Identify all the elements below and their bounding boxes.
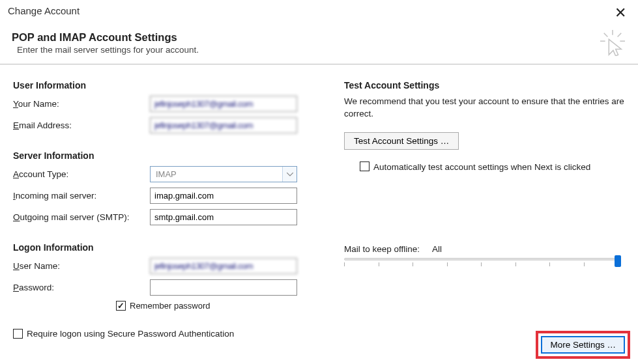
svg-line-2: [618, 33, 622, 37]
mail-offline-value: All: [432, 244, 442, 254]
account-type-select: IMAP: [150, 166, 297, 182]
incoming-server-label: Incoming mail server:: [13, 191, 150, 201]
slider-thumb-icon[interactable]: [615, 255, 621, 267]
auto-test-checkbox[interactable]: [360, 161, 370, 171]
remember-password-checkbox[interactable]: [116, 301, 126, 311]
logon-info-heading: Logon Information: [13, 242, 332, 253]
auto-test-label: Automatically test account settings when…: [373, 161, 590, 174]
header-title: POP and IMAP Account Settings: [12, 31, 199, 44]
account-type-label: Account Type:: [13, 169, 150, 179]
account-type-value: IMAP: [156, 169, 177, 179]
require-spa-label: Require logon using Secure Password Auth…: [27, 329, 234, 339]
email-address-label: Email Address:: [13, 120, 150, 130]
outgoing-server-field[interactable]: [150, 209, 297, 225]
outgoing-server-label: Outgoing mail server (SMTP):: [13, 212, 150, 222]
cursor-click-icon: [600, 30, 625, 56]
your-name-field[interactable]: [150, 96, 297, 112]
test-settings-heading: Test Account Settings: [344, 80, 625, 91]
test-settings-subtitle: We recommend that you test your account …: [344, 96, 625, 120]
header-subtitle: Enter the mail server settings for your …: [12, 45, 199, 55]
incoming-server-field[interactable]: [150, 188, 297, 204]
user-info-heading: User Information: [13, 80, 332, 91]
remember-password-label: Remember password: [130, 301, 210, 311]
password-field[interactable]: [150, 279, 297, 296]
server-info-heading: Server Information: [13, 150, 332, 161]
slider-ticks: [344, 262, 618, 266]
chevron-down-icon: [282, 167, 297, 182]
close-icon[interactable]: ✕: [609, 5, 631, 21]
password-label: Password:: [13, 283, 150, 292]
require-spa-checkbox[interactable]: [13, 329, 23, 339]
svg-line-1: [604, 33, 608, 37]
mail-offline-slider[interactable]: [344, 258, 625, 266]
your-name-label: Your Name:: [13, 99, 150, 109]
title-bar: Change Account ✕: [0, 0, 638, 21]
mail-offline-label: Mail to keep offline:: [344, 244, 420, 254]
user-name-field[interactable]: [150, 258, 297, 274]
window-title: Change Account: [8, 5, 80, 16]
email-address-field[interactable]: [150, 117, 297, 133]
more-settings-button[interactable]: More Settings …: [541, 336, 625, 354]
user-name-label: User Name:: [13, 261, 150, 271]
more-settings-highlight: More Settings …: [536, 331, 630, 359]
test-account-settings-button[interactable]: Test Account Settings …: [344, 132, 459, 150]
dialog-header: POP and IMAP Account Settings Enter the …: [0, 21, 638, 64]
